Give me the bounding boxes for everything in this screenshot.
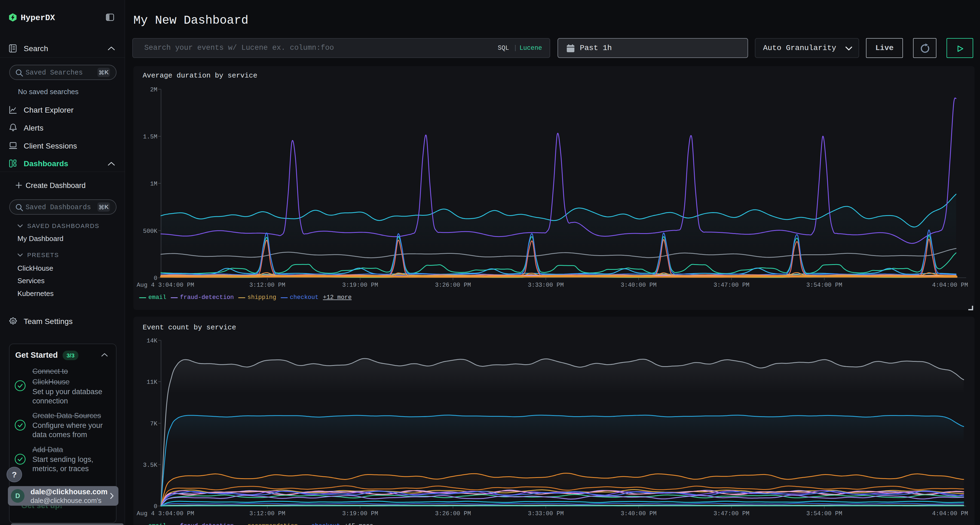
- svg-text:3:26:00 PM: 3:26:00 PM: [435, 510, 471, 517]
- svg-text:0: 0: [154, 275, 158, 282]
- svg-text:1.5M: 1.5M: [143, 133, 158, 140]
- svg-text:3:40:00 PM: 3:40:00 PM: [620, 510, 657, 517]
- svg-text:3:47:00 PM: 3:47:00 PM: [713, 510, 749, 517]
- svg-text:3:12:00 PM: 3:12:00 PM: [249, 510, 285, 517]
- svg-text:3:33:00 PM: 3:33:00 PM: [528, 282, 564, 289]
- svg-text:14K: 14K: [146, 338, 158, 344]
- svg-text:2M: 2M: [150, 87, 158, 93]
- svg-text:3:54:00 PM: 3:54:00 PM: [806, 282, 842, 289]
- svg-text:3:26:00 PM: 3:26:00 PM: [435, 282, 471, 289]
- svg-text:3:33:00 PM: 3:33:00 PM: [528, 510, 564, 517]
- svg-text:7K: 7K: [150, 420, 158, 427]
- svg-text:3:12:00 PM: 3:12:00 PM: [249, 282, 285, 289]
- svg-text:3:47:00 PM: 3:47:00 PM: [713, 282, 749, 289]
- svg-text:3:54:00 PM: 3:54:00 PM: [806, 510, 842, 517]
- svg-text:0: 0: [154, 503, 158, 510]
- svg-text:Aug 4 3:04:00 PM: Aug 4 3:04:00 PM: [137, 282, 194, 289]
- svg-text:4:04:00 PM: 4:04:00 PM: [932, 282, 968, 289]
- svg-text:4:04:00 PM: 4:04:00 PM: [932, 510, 968, 517]
- svg-text:11K: 11K: [146, 379, 158, 386]
- svg-text:3.5K: 3.5K: [143, 462, 158, 469]
- svg-text:3:40:00 PM: 3:40:00 PM: [620, 282, 657, 289]
- svg-text:3:19:00 PM: 3:19:00 PM: [342, 282, 378, 289]
- svg-text:500K: 500K: [143, 228, 158, 235]
- svg-text:1M: 1M: [150, 181, 158, 187]
- svg-text:3:19:00 PM: 3:19:00 PM: [342, 510, 378, 517]
- svg-text:Aug 4 3:04:00 PM: Aug 4 3:04:00 PM: [137, 510, 194, 517]
